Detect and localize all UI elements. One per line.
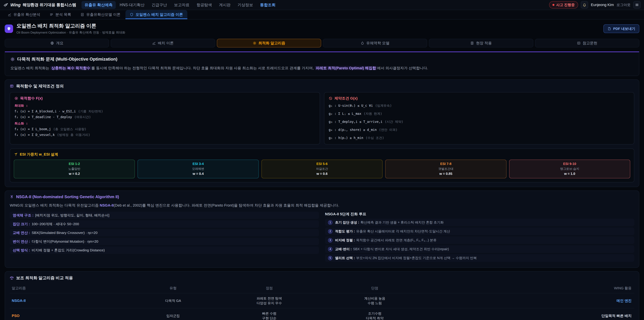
esi-label: 맹그로브·습지	[511, 167, 628, 171]
subtab-label: 유출유확산모델 이론	[86, 12, 120, 17]
brand-title: 해양환경 위기대응 통합시스템	[23, 2, 76, 8]
esi-label: 갯벌조간대	[387, 167, 505, 171]
pros-line: 빠른 수렴	[216, 311, 322, 316]
esi-label: 자갈조간	[263, 167, 381, 171]
section-algorithm-comparison: 보조 최적화 알고리즘 비교 적용 알고리즘 유형 장점 단점 WING 활용 …	[5, 271, 639, 320]
navbar-right: 사고 진행중 Eunjeong Kim 로그아웃	[549, 1, 641, 9]
step-text: 교배·변이 :SBX + 다항식 변이로 자식 세대 생성, 제약조건 위반 수…	[335, 247, 449, 251]
formula-text: g₃ : T_deploy,i ≤ T_arrive,i	[329, 120, 382, 124]
cons-line: 다목적 취약	[322, 316, 428, 320]
esi-range: ESI 1-2	[16, 162, 133, 166]
evolution-step-2: 2 적합도 평가 :유출유 확산 시뮬레이터로 각 배치안의 차단면적·도달시간…	[325, 227, 634, 235]
subtab-dispersion-model-theory[interactable]: 유출유확산모델 이론	[76, 10, 125, 19]
nsga-columns: 염색체 구조 :[배치지점 위도, 방향각도, 길이, 형태, 배치순서] 집단…	[10, 212, 634, 263]
nav-item-integrated-search[interactable]: 통합조회	[257, 1, 278, 9]
brand-logo[interactable]: Wing 해양환경 위기대응 통합시스템	[3, 2, 76, 8]
esi-weight: w = 0.4	[139, 172, 257, 176]
esi-weight: w = 0.2	[16, 172, 133, 176]
column-header: 장점	[216, 286, 322, 290]
pros-line: 다양성 유지 우수	[216, 301, 322, 305]
nav-item-reports[interactable]: 보고자료	[171, 1, 192, 9]
formula-note: (방제정 총 이동거리)	[57, 133, 90, 137]
step-number: 5	[328, 256, 332, 260]
target-icon	[14, 97, 18, 100]
minimize-label: 최소화 :	[14, 121, 315, 126]
card-heading: 보조 최적화 알고리즘 비교 적용	[10, 275, 634, 280]
esi-label: 모래해변	[139, 167, 257, 171]
step-number: 4	[328, 247, 332, 251]
algorithm-name: NSGA-II	[12, 298, 130, 303]
bell-icon	[582, 3, 586, 7]
gear-icon	[10, 57, 15, 61]
formula-text: f₃ (x) = Σ L_boom,j	[14, 127, 51, 131]
theory-tabs: 개요 배치 이론 최적화 알고리즘 유체역학 모델 현장 적용 참고문헌	[5, 39, 639, 48]
esi-range: ESI 9-10	[511, 162, 628, 166]
incident-status-badge[interactable]: 사고 진행중	[549, 1, 578, 9]
pdf-export-button[interactable]: PDF 내보내기	[604, 24, 639, 33]
algorithm-comparison-table: 알고리즘 유형 장점 단점 WING 활용 NSGA-II 다목적 GA 파레토…	[10, 284, 634, 320]
tab-overview[interactable]: 개요	[5, 39, 109, 48]
step-text: 엘리트 선택 :부모+자식 2N 집단에서 비지배 정렬+혼잡도 기준으로 N개…	[335, 255, 477, 260]
esi-weights-panel: ESI 가중치 w_ESI 설계 ESI 1-2 노출암반 w = 0.2 ES…	[10, 149, 634, 182]
ga-parameter-row: 교배 연산 :SBX(Simulated Binary Crossover) ·…	[10, 229, 319, 236]
evolution-step-5: 5 엘리트 선택 :부모+자식 2N 집단에서 비지배 정렬+혼잡도 기준으로 …	[325, 254, 634, 262]
panel-title-text: 제약조건 G(x)	[334, 96, 358, 101]
formula-note: (기름 차단면적)	[78, 109, 103, 113]
esi-card-1-2: ESI 1-2 노출암반 w = 0.2	[14, 160, 135, 178]
subtab-label: 오일펜스 배치 알고리즘 이론	[136, 12, 183, 17]
nav-item-weather-info[interactable]: 기상정보	[234, 1, 256, 9]
evolution-loop: NSGA-II 5단계 진화 루프 1 초기 집단 생성 :확산예측 결과 기반…	[325, 212, 634, 263]
nav-item-hns-air-dispersion[interactable]: HNS·대기확산	[117, 1, 148, 9]
step-label: 적합도 평가 :	[335, 229, 355, 233]
tab-references[interactable]: 참고문헌	[535, 39, 639, 48]
algorithm-type: 입자군집	[130, 313, 216, 318]
intro-highlight: 상충하는 복수 목적함수	[50, 66, 91, 70]
esi-range: ESI 7-8	[387, 162, 505, 166]
nav-item-board[interactable]: 게시판	[216, 1, 234, 9]
step-desc: 목적함수 공간에서 파레토 전면 계층(F₁, F₂, F₃...) 분류	[356, 238, 436, 242]
nav-item-aerial-search[interactable]: 항공탐색	[194, 1, 215, 9]
constraint-row: g₂ : Σ Lⱼ ≤ L_max(자원 한계)	[329, 112, 630, 116]
card-heading: NSGA-II (Non-dominated Sorting Genetic A…	[10, 194, 634, 199]
table-row-pso: PSO 입자군집 빠른 수렴구현 단순 조기수렴다목적 취약 단일목적 빠른 배…	[10, 308, 634, 320]
tab-deployment-theory[interactable]: 배치 이론	[111, 39, 215, 48]
wing-usage: 메인 엔진	[428, 298, 632, 303]
nav-item-spill-prediction[interactable]: 유출유 확산예측	[82, 1, 116, 9]
column-header: WING 활용	[428, 286, 632, 290]
logout-link[interactable]: 로그아웃	[616, 3, 630, 7]
step-text: 초기 집단 생성 :확산예측 결과 기반 샘플 + 휴리스틱 배치안 혼합 초기…	[335, 220, 444, 225]
nav-item-emergency-rescue[interactable]: 긴급구난	[148, 1, 170, 9]
ban-icon	[329, 97, 332, 100]
subtab-spill-analysis[interactable]: 유출유 확산분석	[3, 10, 44, 19]
tab-optimization-algorithm[interactable]: 최적화 알고리즘	[217, 39, 321, 48]
step-label: 비지배 정렬 :	[335, 238, 355, 242]
constraints-title: 제약조건 G(x)	[329, 96, 630, 101]
esi-card-5-6: ESI 5-6 자갈조간 w = 0.6	[262, 160, 382, 178]
objective-functions-title: 목적함수 F(x)	[14, 96, 315, 101]
wing-usage: 단일목적 빠른 배치	[428, 313, 632, 318]
subtab-analysis-list[interactable]: 분석 목록	[45, 10, 76, 19]
page-subtitle: Oil Boom Deployment Optimization · 유출유 확…	[16, 30, 125, 35]
evolution-step-1: 1 초기 집단 생성 :확산예측 결과 기반 샘플 + 휴리스틱 배치안 혼합 …	[325, 219, 634, 226]
tab-label: 배치 이론	[158, 41, 174, 46]
ga-parameter-row: 염색체 구조 :[배치지점 위도, 방향각도, 길이, 형태, 배치순서]	[10, 212, 319, 219]
menu-button[interactable]	[633, 1, 641, 9]
palm-island-icon	[14, 152, 18, 156]
book-icon	[577, 41, 580, 45]
tab-field-application[interactable]: 현장 적용	[429, 39, 533, 48]
droplet-icon	[360, 41, 364, 45]
subtab-boom-algorithm-theory[interactable]: 오일펜스 배치 알고리즘 이론	[126, 10, 187, 19]
tab-label: 현장 적용	[476, 41, 492, 46]
chart-icon	[8, 13, 12, 17]
const raint-row: g₃ : T_deploy,i ≤ T_arrive,i(시간 제약)	[329, 120, 630, 124]
tab-hydrodynamic-model[interactable]: 유체역학 모델	[323, 39, 427, 48]
evolution-loop-title: NSGA-II 5단계 진화 루프	[325, 212, 634, 217]
section-objectives-constraints: 목적함수 및 제약조건 정의 목적함수 F(x) 최대화 : f₁ (x) = …	[5, 79, 639, 187]
formula-text: g₄ : d(pᵢ, shore) ≥ d_min	[329, 128, 377, 132]
evolution-step-4: 4 교배·변이 :SBX + 다항식 변이로 자식 세대 생성, 제약조건 위반…	[325, 245, 634, 253]
page-header: 오일펜스 배치 최적화 알고리즘 이론 Oil Boom Deployment …	[0, 20, 644, 38]
constraint-formulas: g₁ : U·sin(θᵢ) ≤ U_c ∀i(임계유속) g₂ : Σ Lⱼ …	[329, 104, 630, 140]
section-heading-text: 다목적 최적화 문제 (Multi-Objective Optimization…	[17, 56, 118, 62]
notifications-button[interactable]	[581, 1, 588, 9]
red-dot-icon	[552, 4, 554, 6]
